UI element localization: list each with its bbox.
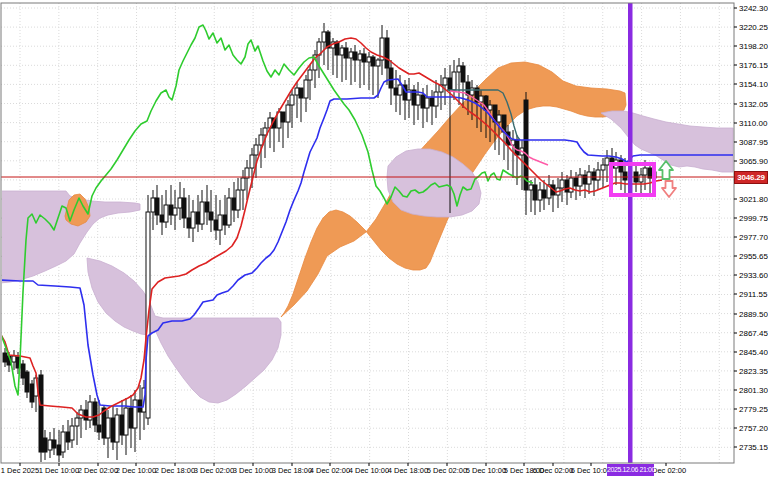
candle-body [308, 70, 312, 80]
candle-body [151, 198, 155, 212]
candle-body [389, 68, 393, 88]
candle-body [461, 66, 465, 82]
candle-body [281, 112, 285, 122]
time-tick-label: 1 Dec 10:00 [39, 466, 79, 475]
candle-body [322, 32, 326, 42]
time-tick-label: 4 Dec 02:00 [310, 466, 350, 475]
candle-body [515, 140, 519, 155]
candle-body [191, 212, 195, 228]
price-tick-label: 2911.55 [739, 290, 768, 299]
time-tick-label: 5 Dec 02:00 [427, 466, 467, 475]
candle-body [304, 80, 308, 98]
candle-body [254, 145, 258, 155]
candle-body [169, 205, 173, 215]
candle-body [353, 52, 357, 60]
candle-body [25, 372, 29, 392]
price-axis[interactable]: 3242.303220.253198.203176.153154.103132.… [734, 4, 768, 452]
candle-body [371, 57, 375, 66]
candle-body [214, 220, 218, 230]
signal-arrows[interactable] [659, 161, 676, 197]
time-tick-label: 2 Dec 10:00 [116, 466, 156, 475]
candle-body [398, 85, 402, 95]
candle-body [39, 375, 43, 452]
candle-body [457, 66, 461, 72]
time-tick-label: 6 Dec 02:00 [533, 466, 573, 475]
chart-canvas[interactable]: 3242.303220.253198.203176.153154.103132.… [0, 0, 768, 480]
candle-body [178, 198, 182, 208]
sell-arrow-icon[interactable] [662, 181, 676, 197]
price-tick-label: 3021.80 [739, 195, 768, 204]
candle-body [560, 180, 564, 188]
candle-body [434, 92, 438, 106]
time-axis[interactable]: 1 Dec 20251 Dec 10:002 Dec 02:002 Dec 10… [1, 463, 686, 475]
candle-body [250, 155, 254, 168]
candle-body [430, 98, 434, 106]
price-tick-label: 2801.30 [739, 386, 768, 395]
candle-body [533, 185, 537, 200]
candle-body [218, 215, 222, 230]
price-tick-label: 3110.00 [739, 119, 768, 128]
candle-body [596, 170, 600, 180]
price-tick-label: 3220.25 [739, 23, 768, 32]
trading-chart: 3242.303220.253198.203176.153154.103132.… [0, 0, 768, 480]
candle-body [75, 418, 79, 426]
candle-body [232, 198, 236, 210]
time-tick-label: 4 Dec 18:00 [388, 466, 428, 475]
candle-body [367, 57, 371, 62]
price-tick-label: 2955.65 [739, 252, 768, 261]
price-tick-label: 2779.25 [739, 405, 768, 414]
signal-time-badge: 2025.12.06 21:00 [607, 464, 654, 476]
candle-body [182, 198, 186, 218]
candle-body [133, 400, 137, 428]
signal-time-vline[interactable] [628, 3, 633, 463]
time-tick-label: 2 Dec 02:00 [78, 466, 118, 475]
candle-body [209, 212, 213, 220]
candle-body [173, 208, 177, 215]
price-tick-label: 3065.90 [739, 157, 768, 166]
candle-body [61, 432, 65, 452]
candle-body [565, 180, 569, 192]
candle-body [425, 98, 429, 108]
price-tick-label: 2889.50 [739, 310, 768, 319]
candle-body [155, 198, 159, 215]
price-tick-label: 3242.30 [739, 4, 768, 13]
price-tick-label: 3154.10 [739, 80, 768, 89]
indicator-line-layer [0, 25, 733, 417]
price-tick-label: 2933.60 [739, 271, 768, 280]
candle-body [362, 54, 366, 62]
candle-body [120, 415, 124, 435]
time-tick-label: 2 Dec 18:00 [155, 466, 195, 475]
candle-body [592, 172, 596, 180]
time-tick-label: 6 Dec 10:00 [571, 466, 611, 475]
candle-body [605, 158, 609, 165]
price-tick-label: 2867.45 [739, 329, 768, 338]
candle-body [376, 60, 380, 66]
candle-body [30, 384, 34, 402]
candle-body [43, 438, 47, 452]
candle-body [3, 353, 7, 362]
candle-body [623, 172, 627, 180]
candle-body [48, 440, 52, 450]
candle-body [299, 88, 303, 98]
candle-body [70, 426, 74, 440]
candle-body [66, 432, 70, 442]
candle-body [290, 95, 294, 105]
candle-body [93, 402, 97, 425]
candle-body [57, 445, 61, 455]
time-tick-label: 4 Dec 10:00 [349, 466, 389, 475]
candle-body [394, 88, 398, 95]
candle-body [497, 115, 501, 122]
candle-body [259, 135, 263, 145]
candle-body [344, 48, 348, 58]
candle-body [52, 440, 56, 448]
price-tick-label: 2977.70 [739, 233, 768, 242]
candle-body [385, 38, 389, 68]
candle-body [160, 215, 164, 222]
price-tick-label: 3198.20 [739, 42, 768, 51]
candle-body [538, 190, 542, 200]
price-tick-label: 3176.15 [739, 61, 768, 70]
candle-body [205, 202, 209, 212]
candle-body [421, 95, 425, 108]
candle-body [164, 205, 168, 222]
candle-body [569, 178, 573, 192]
